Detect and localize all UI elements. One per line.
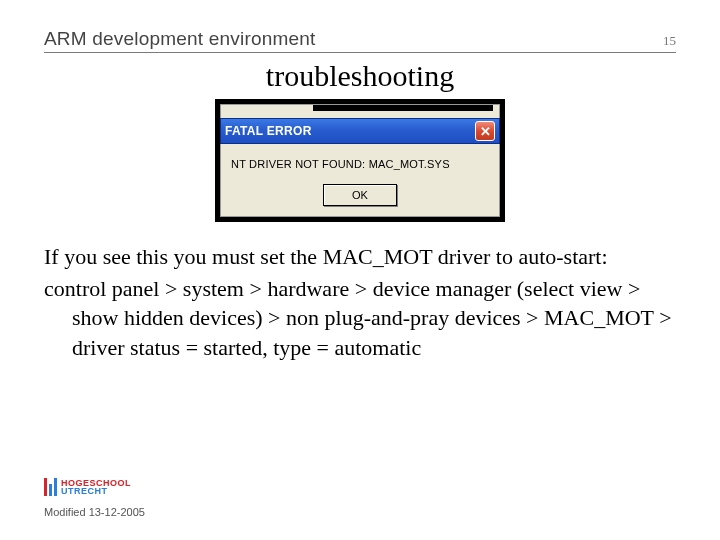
slide-subtitle: troubleshooting: [44, 59, 676, 93]
cropped-window-strip: [220, 104, 500, 118]
dialog-body: NT DRIVER NOT FOUND: MAC_MOT.SYS OK: [220, 144, 500, 217]
dialog-titlebar[interactable]: FATAL ERROR ✕: [220, 118, 500, 144]
logo-bars-icon: [44, 478, 57, 496]
logo-bar: [49, 484, 52, 496]
close-button[interactable]: ✕: [475, 121, 495, 141]
header-title: ARM development environment: [44, 28, 316, 50]
logo-text: HOGESCHOOL UTRECHT: [61, 479, 131, 495]
dialog-message: NT DRIVER NOT FOUND: MAC_MOT.SYS: [231, 158, 489, 170]
slide: ARM development environment 15 troublesh…: [0, 0, 720, 540]
error-dialog: FATAL ERROR ✕ NT DRIVER NOT FOUND: MAC_M…: [220, 104, 500, 217]
page-number: 15: [663, 33, 676, 49]
screenshot-wrap: FATAL ERROR ✕ NT DRIVER NOT FOUND: MAC_M…: [44, 99, 676, 222]
logo-bar: [54, 478, 57, 496]
screenshot-frame: FATAL ERROR ✕ NT DRIVER NOT FOUND: MAC_M…: [215, 99, 505, 222]
slide-header: ARM development environment 15: [44, 28, 676, 53]
logo-bar: [44, 478, 47, 496]
dialog-title: FATAL ERROR: [225, 124, 312, 138]
body-paragraph-2: control panel > system > hardware > devi…: [44, 274, 676, 363]
logo-line-2: UTRECHT: [61, 487, 131, 495]
footer-logo: HOGESCHOOL UTRECHT: [44, 478, 131, 496]
modified-date: Modified 13-12-2005: [44, 506, 145, 518]
body-paragraph-1: If you see this you must set the MAC_MOT…: [44, 242, 676, 272]
ok-button[interactable]: OK: [323, 184, 397, 206]
close-icon: ✕: [480, 124, 491, 139]
body-text: If you see this you must set the MAC_MOT…: [44, 242, 676, 363]
dialog-button-row: OK: [231, 184, 489, 206]
